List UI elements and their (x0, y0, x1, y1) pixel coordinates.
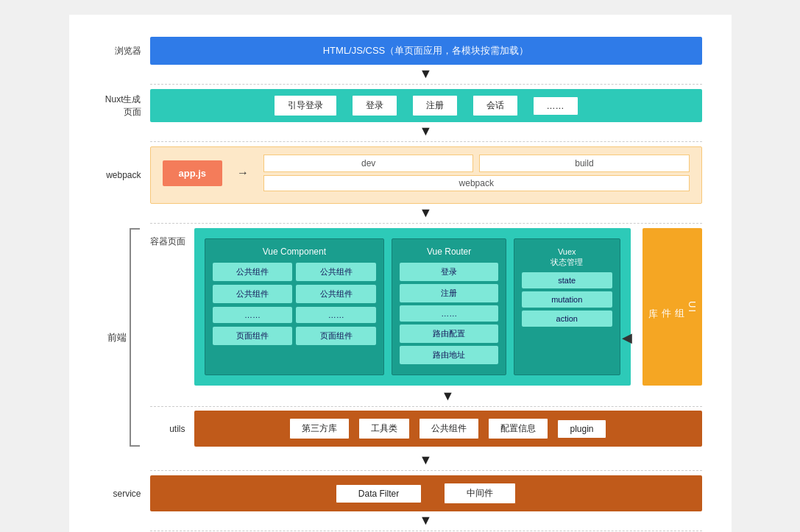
service-row: service Data Filter 中间件 (99, 475, 702, 511)
utils-bar: 第三方库 工具类 公共组件 配置信息 plugin (194, 411, 702, 447)
browser-content: HTML/JS/CSS（单页面应用，各模块按需加载） (150, 37, 702, 65)
vr-item-3: 路由配置 (400, 324, 498, 343)
service-item-1: 中间件 (444, 483, 516, 504)
arrow-5: ▼ (99, 453, 702, 468)
vue-component-grid: 公共组件 公共组件 公共组件 公共组件 …… …… 页面组件 页面组件 (213, 263, 377, 345)
container-row: 容器页面 Vue Component 公共组件 公共组件 公共组件 公共组件 …… (150, 228, 702, 386)
webpack-dev: dev (263, 155, 473, 172)
nuxt-bar: 引导登录 登录 注册 会话 …… (150, 89, 702, 122)
utils-item-3: 配置信息 (488, 418, 548, 439)
frontend-bracket (130, 228, 140, 447)
vc-item-4: …… (213, 307, 293, 323)
vuex-item-0: state (522, 272, 612, 288)
nuxt-item-0: 引导登录 (274, 95, 337, 116)
vr-item-2: …… (400, 305, 498, 322)
service-label: service (99, 489, 150, 499)
down-arrow-4: ▼ (442, 389, 455, 404)
vc-item-3: 公共组件 (296, 285, 376, 303)
frontend-content: 容器页面 Vue Component 公共组件 公共组件 公共组件 公共组件 …… (150, 228, 702, 447)
webpack-area: app.js → dev build webpack (150, 146, 702, 204)
vc-item-5: …… (296, 307, 376, 323)
vc-item-0: 公共组件 (213, 263, 293, 281)
utils-content: 第三方库 工具类 公共组件 配置信息 plugin (194, 411, 702, 447)
nuxt-item-1: 登录 (352, 95, 397, 116)
arrow-1: ▼ (99, 66, 702, 82)
arrow-6: ▼ (99, 513, 702, 528)
appjs-box: app.js (163, 160, 223, 186)
vue-router-box: Vue Router 登录 注册 …… 路由配置 路由地址 (392, 238, 506, 375)
webpack-top: app.js → dev build webpack (163, 155, 690, 191)
frontend-label: 前端 (107, 331, 127, 344)
webpack-content: app.js → dev build webpack (150, 146, 702, 204)
utils-item-1: 工具类 (358, 418, 410, 439)
down-arrow-2: ▼ (420, 124, 433, 139)
browser-bar: HTML/JS/CSS（单页面应用，各模块按需加载） (150, 37, 702, 65)
utils-item-4: plugin (557, 419, 606, 439)
nuxt-label: Nuxt生成页面 (99, 93, 150, 118)
down-arrow-1: ▼ (420, 66, 433, 82)
utils-label: utils (150, 424, 194, 434)
left-arrow-icon: ◀ (622, 330, 632, 345)
nuxt-row: Nuxt生成页面 引导登录 登录 注册 会话 …… (99, 89, 702, 122)
vue-component-box: Vue Component 公共组件 公共组件 公共组件 公共组件 …… …… … (205, 238, 385, 375)
vr-item-0: 登录 (400, 263, 498, 281)
arrow-4: ▼ (150, 389, 702, 404)
ui-lib: UI组件库 (643, 228, 702, 386)
container-label: 容器页面 (150, 228, 194, 248)
utils-item-0: 第三方库 (289, 418, 350, 439)
vc-item-7: 页面组件 (296, 327, 376, 345)
vue-router-title: Vue Router (400, 247, 498, 257)
utils-row: utils 第三方库 工具类 公共组件 配置信息 plugin (150, 411, 702, 447)
vue-component-title: Vue Component (213, 247, 377, 257)
down-arrow-6: ▼ (420, 513, 433, 528)
nuxt-item-3: 会话 (472, 95, 518, 116)
nuxt-item-4: …… (533, 96, 578, 116)
service-bar: Data Filter 中间件 (150, 475, 702, 511)
container-area: Vue Component 公共组件 公共组件 公共组件 公共组件 …… …… … (194, 228, 631, 386)
arrow-2: ▼ (99, 124, 702, 139)
browser-row: 浏览器 HTML/JS/CSS（单页面应用，各模块按需加载） (99, 37, 702, 65)
webpack-label: webpack (99, 170, 150, 180)
webpack-label-box: webpack (263, 175, 689, 191)
frontend-bracket-area: 前端 (99, 228, 150, 447)
browser-label: 浏览器 (99, 45, 150, 57)
browser-text: HTML/JS/CSS（单页面应用，各模块按需加载） (323, 45, 529, 56)
arrow-right-icon: → (237, 166, 249, 180)
webpack-right-boxes: dev build webpack (263, 155, 689, 191)
ui-arrow: ◀ (622, 330, 632, 346)
nuxt-item-2: 注册 (412, 95, 458, 116)
down-arrow-5: ▼ (420, 453, 433, 468)
vr-item-4: 路由地址 (400, 346, 498, 364)
arrow-3: ▼ (99, 205, 702, 221)
divider-2 (150, 406, 702, 407)
vuex-item-1: mutation (522, 291, 612, 308)
ui-lib-text: UI组件库 (647, 301, 698, 313)
nuxt-content: 引导登录 登录 注册 会话 …… (150, 89, 702, 122)
frontend-section: 前端 容器页面 Vue Component 公共组件 公共组件 公共组件 (99, 228, 702, 447)
webpack-dev-build: dev build (263, 155, 689, 172)
utils-item-2: 公共组件 (419, 418, 479, 439)
webpack-build: build (479, 155, 689, 172)
vuex-item-2: action (522, 311, 612, 327)
service-item-0: Data Filter (336, 484, 422, 503)
vc-item-2: 公共组件 (213, 285, 293, 303)
service-content: Data Filter 中间件 (150, 475, 702, 511)
vc-item-6: 页面组件 (213, 327, 293, 345)
down-arrow-3: ▼ (420, 205, 433, 221)
vuex-box: Vuex状态管理 state mutation action (514, 238, 620, 375)
diagram-container: 浏览器 HTML/JS/CSS（单页面应用，各模块按需加载） ▼ Nuxt生成页… (69, 15, 732, 532)
vc-item-1: 公共组件 (296, 263, 376, 281)
vr-item-1: 注册 (400, 284, 498, 302)
container-content: Vue Component 公共组件 公共组件 公共组件 公共组件 …… …… … (194, 228, 702, 386)
webpack-row: webpack app.js → dev build webpack (99, 146, 702, 204)
vuex-title: Vuex状态管理 (522, 247, 612, 268)
